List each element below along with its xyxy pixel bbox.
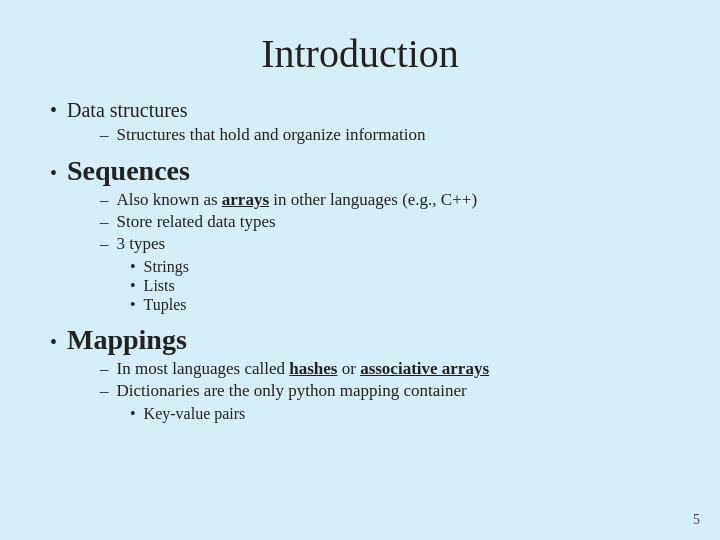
slide-title: Introduction (50, 30, 670, 77)
sub-item-text-3types: 3 types (117, 234, 166, 254)
dash-2c: – (100, 234, 109, 254)
sub-item-hashes: – In most languages called hashes or ass… (100, 359, 670, 379)
sub-sub-items-mappings: • Key-value pairs (100, 405, 670, 423)
bullet-dot-2: • (50, 162, 57, 185)
sub-items-sequences: – Also known as arrays in other language… (50, 190, 670, 314)
sub-sub-dot-lists: • (130, 277, 136, 295)
assoc-arrays-underline: associative arrays (360, 359, 489, 378)
sub-sub-text-kvpairs: Key-value pairs (144, 405, 246, 423)
hashes-underline: hashes (289, 359, 337, 378)
dash-2b: – (100, 212, 109, 232)
sub-items-data-structures: – Structures that hold and organize info… (50, 125, 670, 145)
bullet-sequences: • Sequences – Also known as arrays in ot… (50, 155, 670, 314)
sub-sub-text-strings: Strings (144, 258, 189, 276)
bullet-dot-3: • (50, 331, 57, 354)
dash-2a: – (100, 190, 109, 210)
content-area: • Data structures – Structures that hold… (50, 99, 670, 520)
sub-item-dictionaries: – Dictionaries are the only python mappi… (100, 381, 670, 401)
sub-item-text-hashes: In most languages called hashes or assoc… (117, 359, 490, 379)
bullet-main-data-structures: • Data structures (50, 99, 670, 122)
bullet-dot-1: • (50, 99, 57, 122)
sub-sub-item-lists: • Lists (130, 277, 670, 295)
bullet-data-structures: • Data structures – Structures that hold… (50, 99, 670, 145)
bullet-text-data-structures: Data structures (67, 99, 188, 122)
sub-sub-text-lists: Lists (144, 277, 175, 295)
sub-item-structures: – Structures that hold and organize info… (100, 125, 670, 145)
dash-1: – (100, 125, 109, 145)
slide: Introduction • Data structures – Structu… (0, 0, 720, 540)
sub-sub-dot-kvpairs: • (130, 405, 136, 423)
dash-3b: – (100, 381, 109, 401)
sub-item-store: – Store related data types (100, 212, 670, 232)
sub-item-text-structures: Structures that hold and organize inform… (117, 125, 426, 145)
page-number: 5 (693, 512, 700, 528)
sub-sub-dot-tuples: • (130, 296, 136, 314)
bullet-mappings: • Mappings – In most languages called ha… (50, 324, 670, 423)
sub-item-text-arrays: Also known as arrays in other languages … (117, 190, 478, 210)
sub-item-arrays: – Also known as arrays in other language… (100, 190, 670, 210)
sub-sub-items-sequences: • Strings • Lists • Tuples (100, 258, 670, 314)
sub-sub-dot-strings: • (130, 258, 136, 276)
arrays-underline: arrays (222, 190, 269, 209)
sub-items-mappings: – In most languages called hashes or ass… (50, 359, 670, 423)
bullet-main-mappings: • Mappings (50, 324, 670, 356)
sub-sub-item-strings: • Strings (130, 258, 670, 276)
bullet-text-sequences: Sequences (67, 155, 190, 187)
sub-sub-item-kvpairs: • Key-value pairs (130, 405, 670, 423)
bullet-main-sequences: • Sequences (50, 155, 670, 187)
sub-item-text-store: Store related data types (117, 212, 276, 232)
sub-sub-text-tuples: Tuples (144, 296, 187, 314)
sub-item-3types: – 3 types (100, 234, 670, 254)
sub-item-text-dictionaries: Dictionaries are the only python mapping… (117, 381, 467, 401)
sub-sub-item-tuples: • Tuples (130, 296, 670, 314)
dash-3a: – (100, 359, 109, 379)
bullet-text-mappings: Mappings (67, 324, 187, 356)
